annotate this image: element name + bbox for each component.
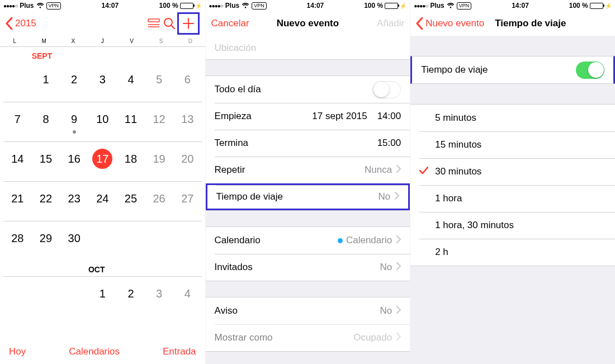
signal-dots-icon: ●●●●○ [414, 3, 428, 9]
calendar-day[interactable]: 14 [3, 142, 32, 181]
calendar-day[interactable]: 7 [3, 102, 32, 141]
travel-option-row[interactable]: 1 hora, 30 minutos [410, 212, 615, 239]
travel-option-row[interactable]: 5 minutos [410, 105, 615, 131]
search-button[interactable] [162, 16, 177, 31]
calendar-day[interactable]: 19 [145, 142, 173, 181]
calendar-day[interactable]: 27 [173, 182, 202, 221]
calendar-day[interactable]: 30 [60, 221, 88, 261]
travel-option-row[interactable]: 15 minutos [410, 131, 615, 158]
ends-label: Termina [215, 138, 377, 149]
travel-time-row[interactable]: Tiempo de viaje No [206, 183, 410, 210]
show-as-value: Ocupado [353, 332, 392, 343]
calendar-day[interactable]: 1 [88, 277, 117, 316]
all-day-toggle[interactable] [372, 81, 401, 98]
travel-option-row[interactable]: 2 h [410, 239, 615, 266]
nav-bar: Nuevo evento Tiempo de viaje [410, 11, 615, 36]
calendar-day[interactable]: 4 [173, 277, 202, 316]
calendar-day [145, 221, 173, 261]
starts-time: 14:00 [377, 111, 401, 122]
add-event-button[interactable] [177, 12, 200, 35]
calendar-day[interactable]: 24 [88, 182, 117, 221]
calendar-day[interactable]: 11 [117, 102, 145, 141]
calendar-scroll[interactable]: SEPT 12345678910111213141516171819202122… [0, 47, 205, 339]
invitees-value: No [380, 262, 392, 273]
all-day-row: Todo el día [206, 76, 410, 103]
travel-form[interactable]: Tiempo de viaje 5 minutos15 minutos30 mi… [410, 36, 615, 364]
dow-cell: X [59, 36, 88, 46]
alert-row[interactable]: Aviso No [206, 297, 410, 324]
calendar-day[interactable]: 10 [88, 102, 117, 141]
calendar-day[interactable]: 28 [3, 221, 32, 261]
all-day-label: Todo el día [215, 84, 373, 95]
inbox-button[interactable]: Entrada [163, 346, 196, 357]
calendar-day[interactable]: 4 [117, 63, 145, 102]
event-form[interactable]: Ubicación Todo el día Empieza 17 sept 20… [206, 36, 410, 364]
ends-time: 15:00 [377, 138, 401, 149]
cancel-button[interactable]: Cancelar [211, 18, 249, 29]
show-as-row[interactable]: Mostrar como Ocupado [206, 324, 410, 351]
calendar-day [32, 277, 60, 316]
event-dot-icon [73, 130, 76, 134]
travel-option-label: 30 minutos [435, 166, 606, 177]
calendar-value: Calendario [346, 235, 392, 246]
calendar-day[interactable]: 2 [60, 63, 88, 102]
calendar-day[interactable]: 9 [60, 102, 88, 141]
calendar-day[interactable]: 16 [60, 142, 88, 181]
calendar-day [88, 221, 117, 261]
signal-dots-icon: ●●●●○ [3, 3, 17, 9]
travel-option-row[interactable]: 1 hora [410, 185, 615, 212]
status-bar: ●●●●○ Plus VPN 14:07 100 % ⚡ [206, 0, 410, 11]
invitees-label: Invitados [215, 262, 380, 273]
calendar-day [3, 63, 32, 102]
calendar-day[interactable]: 6 [173, 63, 202, 102]
nav-bar: 2015 [0, 11, 205, 36]
calendar-day[interactable]: 21 [3, 182, 32, 221]
calendar-day[interactable]: 8 [32, 102, 60, 141]
ends-row[interactable]: Termina 15:00 [206, 130, 410, 157]
alert-value: No [380, 305, 392, 316]
calendar-day[interactable]: 5 [145, 63, 173, 102]
svg-line-4 [171, 25, 174, 29]
calendar-day[interactable]: 13 [173, 102, 202, 141]
invitees-row[interactable]: Invitados No [206, 254, 410, 281]
calendar-day[interactable]: 3 [88, 63, 117, 102]
add-button[interactable]: Añadir [377, 18, 404, 29]
calendar-day[interactable]: 29 [32, 221, 60, 261]
new-event-screen: ●●●●○ Plus VPN 14:07 100 % ⚡ Cancelar Nu… [205, 0, 410, 364]
battery-icon [180, 3, 193, 9]
calendar-day[interactable]: 25 [117, 182, 145, 221]
travel-time-value: No [378, 191, 390, 202]
status-time: 14:07 [471, 2, 569, 10]
travel-option-row[interactable]: 30 minutos [410, 158, 615, 185]
calendar-day[interactable]: 20 [173, 142, 202, 181]
carrier-label: Plus [20, 2, 34, 10]
repeat-value: Nunca [365, 164, 392, 176]
calendar-day[interactable]: 17 [88, 142, 117, 181]
back-year-button[interactable]: 2015 [6, 17, 36, 30]
battery-percent: 100 % [364, 2, 383, 10]
repeat-row[interactable]: Repetir Nunca [206, 157, 410, 183]
calendar-day [3, 277, 32, 316]
calendar-day[interactable]: 2 [117, 277, 145, 316]
travel-toggle[interactable] [576, 62, 604, 79]
today-button[interactable]: Hoy [9, 346, 26, 357]
calendar-day[interactable]: 1 [32, 63, 60, 102]
calendar-row[interactable]: Calendario Calendario [206, 227, 410, 254]
checkmark-icon [419, 166, 429, 177]
calendar-day[interactable]: 22 [32, 182, 60, 221]
day-of-week-header: LMXJVSD [0, 36, 205, 47]
calendar-day[interactable]: 23 [60, 182, 88, 221]
calendar-day[interactable]: 18 [117, 142, 145, 181]
calendar-day[interactable]: 12 [145, 102, 173, 141]
starts-row[interactable]: Empieza 17 sept 2015 14:00 [206, 103, 410, 130]
month-label-sept: SEPT [32, 47, 60, 63]
calendars-button[interactable]: Calendarios [69, 346, 120, 357]
calendar-day[interactable]: 15 [32, 142, 60, 181]
calendar-day[interactable]: 26 [145, 182, 173, 221]
back-button[interactable]: Nuevo evento [416, 17, 484, 30]
view-mode-button[interactable] [146, 16, 162, 31]
vpn-badge: VPN [46, 2, 62, 10]
calendar-day[interactable]: 3 [145, 277, 173, 316]
location-field[interactable]: Ubicación [206, 36, 410, 60]
travel-options-list: 5 minutos15 minutos30 minutos1 hora1 hor… [410, 104, 615, 266]
